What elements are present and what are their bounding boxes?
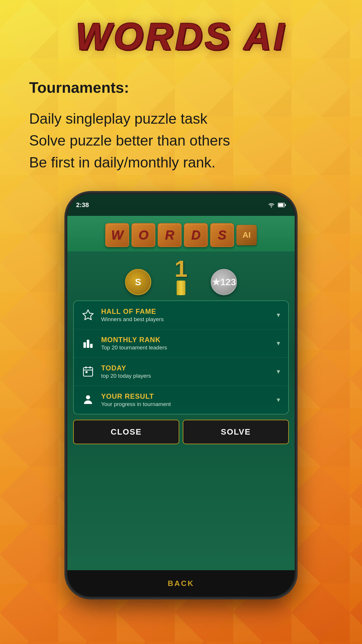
phone-container: 2:38 W O <box>0 194 362 596</box>
medal-left-label: S <box>135 277 141 288</box>
your-result-title: Your result <box>101 392 270 400</box>
svg-rect-3 <box>83 342 86 348</box>
menu-item-today[interactable]: TODAY top 20 today players ▼ <box>74 358 288 386</box>
your-result-text: Your result Your progress in tournament <box>101 392 270 407</box>
menu-item-hall-of-fame[interactable]: HALL OF FAME Winners and best players ▼ <box>74 301 288 329</box>
your-result-arrow: ▼ <box>275 397 281 403</box>
medal-left: S <box>125 269 151 295</box>
today-text: TODAY top 20 today players <box>101 364 270 379</box>
close-button[interactable]: CLOSE <box>73 420 179 444</box>
tile-d: D <box>184 223 208 247</box>
battery-icon <box>278 202 286 208</box>
svg-rect-10 <box>85 371 87 373</box>
phone-screen: 2:38 W O <box>67 194 295 596</box>
svg-rect-5 <box>90 344 93 348</box>
menu-item-monthly-rank[interactable]: MONTHLY RANK Top 20 tournament leaders ▼ <box>74 329 288 358</box>
description-body: Daily singleplay puzzle task Solve puzzl… <box>29 108 333 174</box>
monthly-rank-text: MONTHLY RANK Top 20 tournament leaders <box>101 336 270 351</box>
svg-point-11 <box>86 395 90 399</box>
trophy-stand <box>177 281 185 295</box>
tile-w: W <box>105 223 129 247</box>
trophy-area: S 1 ★123 <box>67 251 295 298</box>
phone-mockup: 2:38 W O <box>67 194 295 596</box>
hall-of-fame-title: HALL OF FAME <box>101 307 270 316</box>
menu-panel: HALL OF FAME Winners and best players ▼ <box>73 300 289 414</box>
header: WORDS AI <box>0 0 362 61</box>
star-icon <box>81 308 95 322</box>
medal-right-label: ★123 <box>212 276 236 288</box>
bottom-buttons: CLOSE SOLVE <box>73 420 289 444</box>
tile-row: W O R D S AI <box>105 223 257 247</box>
person-icon <box>81 393 95 407</box>
hall-of-fame-subtitle: Winners and best players <box>101 316 270 323</box>
monthly-rank-title: MONTHLY RANK <box>101 336 270 344</box>
hall-of-fame-text: HALL OF FAME Winners and best players <box>101 307 270 323</box>
menu-item-your-result[interactable]: Your result Your progress in tournament … <box>74 386 288 414</box>
today-title: TODAY <box>101 364 270 372</box>
svg-rect-6 <box>83 368 93 376</box>
app-title: WORDS AI <box>0 18 362 55</box>
description-line3: Be first in daily/monthly rank. <box>29 154 215 171</box>
monthly-rank-subtitle: Top 20 tournament leaders <box>101 344 270 351</box>
tile-r: R <box>158 223 182 247</box>
tournaments-label: Tournaments: <box>29 79 333 96</box>
your-result-subtitle: Your progress in tournament <box>101 401 270 407</box>
game-header: W O R D S AI <box>67 216 295 251</box>
status-icons <box>268 202 286 208</box>
wifi-icon <box>268 202 275 208</box>
svg-rect-2 <box>285 204 286 206</box>
tile-s: S <box>210 223 234 247</box>
svg-rect-4 <box>87 340 89 348</box>
today-arrow: ▼ <box>275 368 281 375</box>
chart-icon <box>81 336 95 351</box>
calendar-icon <box>81 364 95 379</box>
svg-rect-1 <box>278 203 284 206</box>
medal-right: ★123 <box>211 269 237 295</box>
description-line1: Daily singleplay puzzle task <box>29 111 207 127</box>
solve-button[interactable]: SOLVE <box>183 420 289 444</box>
back-label[interactable]: BACK <box>168 579 194 588</box>
status-time: 2:38 <box>76 201 89 209</box>
monthly-rank-arrow: ▼ <box>275 340 281 347</box>
phone-bottom-bar: BACK <box>67 570 295 596</box>
today-subtitle: top 20 today players <box>101 373 270 379</box>
description-section: Tournaments: Daily singleplay puzzle tas… <box>0 61 362 185</box>
hall-of-fame-arrow: ▼ <box>275 312 281 318</box>
status-bar: 2:38 <box>67 194 295 216</box>
trophy-number: 1 <box>175 257 188 281</box>
tile-o: O <box>131 223 155 247</box>
description-line2: Solve puzzle better than others <box>29 132 230 149</box>
trophy-pedestal: 1 <box>175 257 188 295</box>
tile-ai: AI <box>236 225 257 245</box>
